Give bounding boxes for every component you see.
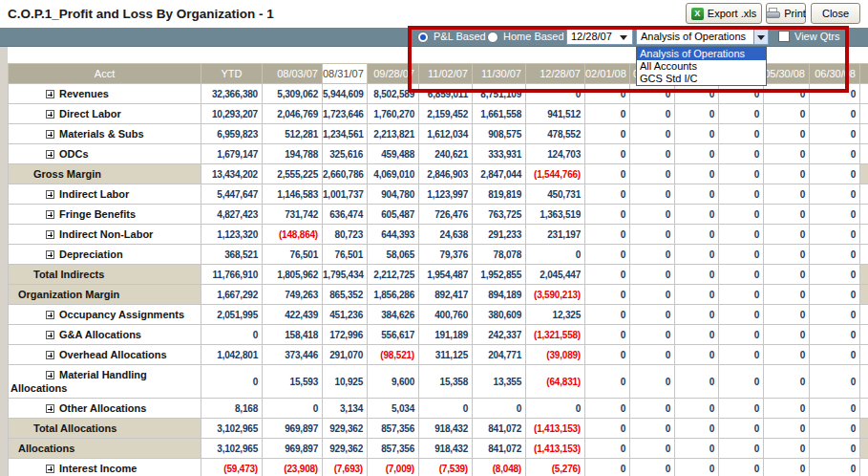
expand-icon[interactable]: [46, 210, 54, 219]
value-cell: 2,051,995: [201, 305, 263, 325]
row-label: Overhead Allocations: [9, 345, 201, 365]
value-cell: 0: [719, 104, 764, 124]
clipped-cell: [860, 245, 868, 265]
column-header[interactable]: 09/28/07: [368, 64, 419, 84]
value-cell: 0: [764, 104, 810, 124]
value-cell: 0: [810, 419, 860, 439]
value-cell: 749,263: [263, 285, 323, 305]
value-cell: 0: [630, 265, 675, 285]
column-header[interactable]: YTD: [201, 64, 263, 84]
value-cell: 2,046,769: [263, 104, 323, 124]
view-dropdown[interactable]: Analysis of Operations: [636, 29, 769, 45]
value-cell: 2,212,725: [368, 265, 419, 285]
value-cell: 2,045,447: [526, 265, 585, 285]
dropdown-option[interactable]: GCS Std I/C: [637, 73, 766, 85]
export-xls-button[interactable]: X Export .xls: [686, 3, 762, 24]
view-dropdown-arrow-button[interactable]: [753, 30, 768, 44]
value-cell: 0: [810, 124, 860, 144]
value-cell: 0: [810, 184, 860, 205]
value-cell: 158,418: [263, 325, 323, 345]
value-cell: 240,621: [419, 144, 473, 164]
column-header[interactable]: 08/03/07: [263, 64, 323, 84]
expand-icon[interactable]: [46, 404, 54, 413]
value-cell: (23,908): [263, 459, 323, 476]
close-label: Close: [822, 8, 849, 19]
value-cell: 0: [810, 225, 860, 245]
value-cell: 644,393: [368, 225, 419, 245]
print-button[interactable]: Print: [766, 3, 806, 24]
value-cell: 0: [585, 265, 630, 285]
expand-icon[interactable]: [46, 150, 54, 159]
expand-icon[interactable]: [46, 110, 54, 119]
expand-icon[interactable]: [46, 331, 54, 339]
acct-column-header[interactable]: Acct: [9, 64, 201, 84]
value-cell: 0: [526, 84, 585, 104]
date-dropdown-value: 12/28/07: [571, 31, 612, 42]
value-cell: 1,679,147: [201, 144, 263, 164]
expand-icon[interactable]: [46, 311, 54, 319]
value-cell: 0: [764, 439, 810, 459]
dropdown-option[interactable]: Analysis of Operations: [637, 48, 766, 60]
value-cell: 819,819: [473, 184, 526, 205]
value-cell: 478,552: [526, 124, 585, 144]
column-header[interactable]: 12/28/07: [526, 64, 585, 84]
date-dropdown[interactable]: 12/28/07: [566, 29, 633, 45]
value-cell: (1,321,558): [526, 325, 585, 345]
value-cell: 0: [585, 205, 630, 225]
value-cell: 0: [810, 144, 860, 164]
page-title: C.O.P.1_Profit and Loss By Organization …: [8, 7, 274, 21]
value-cell: 333,931: [473, 144, 526, 164]
excel-icon: X: [691, 8, 704, 20]
column-header[interactable]: 02/01/08: [585, 64, 630, 84]
value-cell: 291,070: [323, 345, 368, 365]
expand-icon[interactable]: [46, 250, 54, 259]
expand-icon[interactable]: [46, 371, 54, 379]
value-cell: 0: [719, 144, 764, 164]
value-cell: (8,048): [473, 459, 526, 476]
value-cell: 894,189: [473, 285, 526, 305]
clipped-cell: [860, 285, 868, 305]
value-cell: 80,723: [323, 225, 368, 245]
home-based-radio[interactable]: [487, 32, 498, 43]
value-cell: 0: [719, 459, 764, 476]
table-row: Interest Income(59,473)(23,908)(7,693)(7…: [9, 459, 868, 476]
value-cell: 0: [630, 205, 675, 225]
value-cell: 0: [764, 325, 810, 345]
dropdown-option[interactable]: All Accounts: [637, 60, 766, 73]
expand-icon[interactable]: [46, 90, 54, 98]
expand-icon[interactable]: [46, 130, 54, 139]
row-label: Fringe Benefits: [9, 205, 201, 225]
column-header[interactable]: 08/31/07: [323, 64, 368, 84]
value-cell: 1,667,292: [201, 285, 263, 305]
value-cell: 1,612,034: [419, 124, 473, 144]
value-cell: 0: [585, 104, 630, 124]
column-header[interactable]: 06/30/08: [810, 64, 860, 84]
value-cell: 6,859,011: [419, 84, 473, 104]
value-cell: 0: [630, 439, 675, 459]
expand-icon[interactable]: [46, 230, 54, 239]
value-cell: 204,771: [473, 345, 526, 365]
column-header[interactable]: 11/02/07: [419, 64, 473, 84]
value-cell: 0: [585, 84, 630, 104]
table-row: ODCs1,679,147194,788325,616459,488240,62…: [9, 144, 868, 164]
expand-icon[interactable]: [46, 351, 54, 359]
value-cell: 0: [764, 285, 810, 305]
value-cell: 0: [764, 144, 810, 164]
expand-icon[interactable]: [46, 190, 54, 199]
value-cell: 368,521: [201, 245, 263, 265]
value-cell: 0: [719, 245, 764, 265]
pnl-based-radio[interactable]: [417, 32, 429, 43]
close-button[interactable]: Close: [811, 3, 860, 24]
column-header[interactable]: 11/30/07: [473, 64, 526, 84]
value-cell: 0: [764, 184, 810, 205]
value-cell: 0: [675, 419, 719, 439]
value-cell: 0: [764, 265, 810, 285]
value-cell: (98,521): [368, 345, 419, 365]
clipped-cell: [860, 419, 868, 439]
column-header[interactable]: 05/30/08: [764, 64, 810, 84]
export-xls-label: Export .xls: [708, 8, 756, 19]
row-label: ODCs: [9, 144, 201, 164]
expand-icon[interactable]: [46, 465, 54, 473]
view-qtrs-checkbox[interactable]: [778, 31, 790, 42]
clipped-cell: [860, 164, 868, 184]
